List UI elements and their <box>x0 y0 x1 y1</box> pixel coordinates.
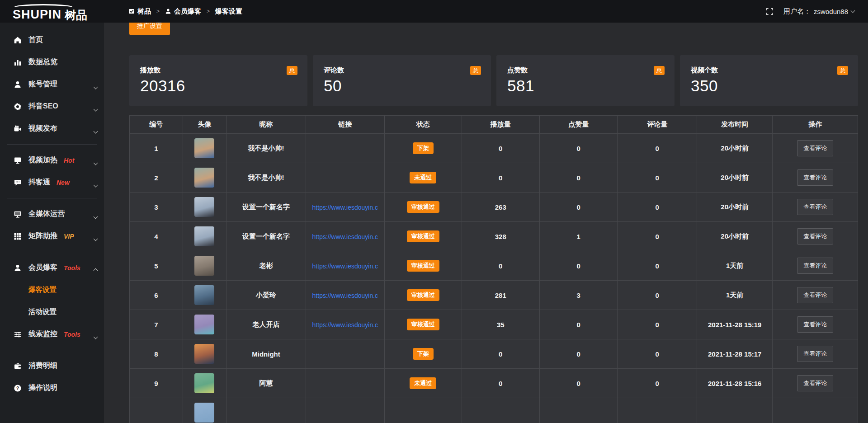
column-header-评论量: 评论量 <box>618 116 697 134</box>
link-cell: https://www.iesdouyin.c <box>306 251 384 281</box>
avatar-cell <box>183 398 226 423</box>
view-comments-button[interactable]: 查看评论 <box>797 316 833 333</box>
likes-cell: 0 <box>539 163 617 193</box>
avatar <box>194 344 214 364</box>
view-comments-button[interactable]: 查看评论 <box>797 140 833 156</box>
video-link[interactable]: https://www.iesdouyin.c <box>312 204 378 211</box>
column-header-昵称: 昵称 <box>226 116 306 134</box>
row-id-cell: 1 <box>130 134 183 163</box>
comments-cell: 0 <box>618 339 697 369</box>
sidebar-item-label: 消费明细 <box>28 361 57 371</box>
action-cell: 查看评论 <box>773 369 858 398</box>
sidebar-item-线索监控[interactable]: 线索监控Tools <box>0 323 104 345</box>
sidebar-subitem-活动设置[interactable]: 活动设置 <box>0 301 104 323</box>
chevron-down-icon <box>94 104 97 113</box>
row-id-cell: 8 <box>130 339 183 369</box>
comments-cell: 0 <box>618 163 697 193</box>
table-row: 3设置一个新名字https://www.iesdouyin.c审核通过26300… <box>130 193 858 222</box>
nickname-cell: Midnight <box>226 339 306 369</box>
sidebar-item-抖音SEO[interactable]: 抖音SEO <box>0 95 104 118</box>
status-badge: 审核通过 <box>407 201 439 213</box>
panel-icon <box>128 8 135 14</box>
sidebar-item-账号管理[interactable]: 账号管理 <box>0 73 104 95</box>
sidebar-item-会员爆客[interactable]: 会员爆客Tools <box>0 257 104 279</box>
sidebar-item-操作说明[interactable]: ?操作说明 <box>0 377 104 399</box>
view-comments-button[interactable]: 查看评论 <box>797 346 833 362</box>
breadcrumb-label: 树品 <box>137 7 151 16</box>
comments-cell: 0 <box>618 193 697 222</box>
avatar <box>194 197 214 217</box>
link-cell: https://www.iesdouyin.c <box>306 281 384 310</box>
sidebar-item-视频发布[interactable]: 视频发布 <box>0 118 104 140</box>
nickname-cell: 设置一个新名字 <box>226 193 306 222</box>
sidebar-divider <box>7 350 97 350</box>
sidebar-subitem-爆客设置[interactable]: 爆客设置 <box>0 279 104 301</box>
status-cell <box>384 398 462 423</box>
likes-cell: 3 <box>539 281 617 310</box>
table-wrap: 编号头像昵称链接状态播放量点赞量评论量发布时间操作 1我不是小帅!下架00020… <box>129 115 858 423</box>
video-link[interactable]: https://www.iesdouyin.c <box>312 321 378 329</box>
screen-icon <box>14 156 22 164</box>
fullscreen-icon[interactable] <box>766 8 774 15</box>
view-comments-button[interactable]: 查看评论 <box>797 375 833 391</box>
view-comments-button[interactable]: 查看评论 <box>797 169 833 186</box>
stat-card-label: 视频个数 <box>691 66 718 75</box>
view-comments-button[interactable]: 查看评论 <box>797 228 833 244</box>
table-row: 1我不是小帅!下架00020小时前查看评论 <box>130 134 858 163</box>
sidebar-item-抖客通[interactable]: 抖客通New <box>0 171 104 193</box>
chevron-up-icon <box>94 266 97 274</box>
stat-card-total-badge: 总 <box>470 66 481 75</box>
nickname-cell <box>226 398 306 423</box>
sidebar: 首页数据总览账号管理抖音SEO视频发布视频加热Hot抖客通New全媒体运营矩阵助… <box>0 23 104 423</box>
username: zswodun88 <box>814 8 848 15</box>
avatar-cell <box>183 339 226 369</box>
sidebar-item-label: 首页 <box>28 35 43 45</box>
view-comments-button[interactable]: 查看评论 <box>797 258 833 274</box>
video-link[interactable]: https://www.iesdouyin.c <box>312 263 378 270</box>
home-icon <box>14 36 22 44</box>
stat-card-value: 50 <box>324 77 481 95</box>
likes-cell: 1 <box>539 222 617 251</box>
sidebar-item-视频加热[interactable]: 视频加热Hot <box>0 149 104 171</box>
stat-card-label: 播放数 <box>140 66 160 75</box>
sidebar-item-数据总览[interactable]: 数据总览 <box>0 51 104 73</box>
view-comments-button[interactable]: 查看评论 <box>797 199 833 215</box>
avatar-cell <box>183 251 226 281</box>
breadcrumb-item-1[interactable]: 树品 <box>128 7 151 16</box>
chevron-down-icon <box>94 212 97 220</box>
stat-card-top: 点赞数总 <box>507 66 665 75</box>
sidebar-item-label: 数据总览 <box>28 57 57 67</box>
video-link[interactable]: https://www.iesdouyin.c <box>312 233 378 240</box>
sidebar-item-首页[interactable]: 首页 <box>0 29 104 51</box>
comments-cell: 0 <box>618 222 697 251</box>
nickname-cell: 我不是小帅! <box>226 134 306 163</box>
sidebar-item-全媒体运营[interactable]: 全媒体运营 <box>0 203 104 225</box>
camera-icon <box>14 125 22 133</box>
table-row: 6小爱玲https://www.iesdouyin.c审核通过281301天前查… <box>130 281 858 310</box>
table-row: 4设置一个新名字https://www.iesdouyin.c审核通过32810… <box>130 222 858 251</box>
plays-cell: 0 <box>462 369 539 398</box>
status-badge: 审核通过 <box>407 289 439 301</box>
view-comments-button[interactable]: 查看评论 <box>797 287 833 303</box>
main-content: 推广设置 播放数总20316评论数总50点赞数总581视频个数总350 编号头像… <box>104 0 868 423</box>
sidebar-item-消费明细[interactable]: 消费明细 <box>0 355 104 377</box>
sidebar-item-label: 抖客通 <box>28 178 50 187</box>
stat-card-total-badge: 总 <box>654 66 665 75</box>
avatar-cell <box>183 222 226 251</box>
sidebar-item-badge: Hot <box>64 157 74 164</box>
sidebar-divider <box>7 252 97 252</box>
status-badge: 未通过 <box>410 172 436 183</box>
status-cell: 下架 <box>384 339 462 369</box>
avatar-cell <box>183 163 226 193</box>
user-menu[interactable]: 用户名：zswodun88 <box>783 7 854 16</box>
sidebar-item-矩阵助推[interactable]: 矩阵助推VIP <box>0 225 104 247</box>
video-link[interactable]: https://www.iesdouyin.c <box>312 292 378 299</box>
app-logo: SHUPIN 树品 <box>0 2 104 21</box>
action-cell: 查看评论 <box>773 281 858 310</box>
status-cell: 下架 <box>384 134 462 163</box>
monitor-icon <box>14 210 22 218</box>
stat-card-top: 评论数总 <box>324 66 481 75</box>
wallet-icon <box>14 362 22 370</box>
stat-card-label: 点赞数 <box>507 66 528 75</box>
breadcrumb-item-2[interactable]: 会员爆客 <box>165 7 201 16</box>
